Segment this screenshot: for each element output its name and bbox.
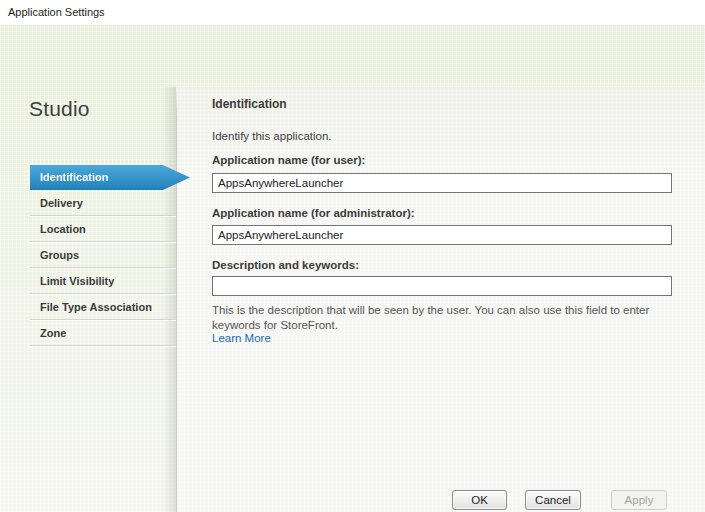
sidebar-nav: Delivery Location Groups Limit Visibilit… — [30, 165, 176, 346]
apply-button[interactable]: Apply — [611, 490, 667, 510]
intro-text: Identify this application. — [212, 130, 332, 142]
sidebar-item-location[interactable]: Location — [30, 216, 176, 242]
page-title: Identification — [212, 97, 287, 111]
ok-button[interactable]: OK — [452, 490, 507, 510]
panel-divider — [176, 87, 177, 512]
sidebar-item-file-type-association[interactable]: File Type Association — [30, 294, 176, 320]
application-settings-window: Application Settings Studio Identificati… — [0, 0, 705, 512]
cancel-button[interactable]: Cancel — [525, 490, 581, 510]
learn-more-link[interactable]: Learn More — [212, 332, 271, 344]
content-panel — [176, 85, 705, 512]
dialog-body: Studio Identification Delivery Location … — [0, 25, 705, 512]
sidebar-item-identification[interactable]: Identification — [30, 165, 190, 190]
label-application-name-user: Application name (for user): — [212, 154, 365, 166]
window-title: Application Settings — [8, 6, 105, 18]
sidebar-item-delivery[interactable]: Delivery — [30, 190, 176, 216]
label-description-keywords: Description and keywords: — [212, 259, 359, 271]
application-name-user-input[interactable] — [212, 173, 672, 193]
studio-title: Studio — [29, 97, 90, 121]
label-application-name-administrator: Application name (for administrator): — [212, 207, 415, 219]
description-keywords-input[interactable] — [212, 276, 672, 296]
sidebar-item-zone[interactable]: Zone — [30, 320, 176, 346]
description-help-text: This is the description that will be see… — [212, 303, 675, 332]
window-titlebar: Application Settings — [0, 0, 705, 25]
sidebar-item-groups[interactable]: Groups — [30, 242, 176, 268]
application-name-administrator-input[interactable] — [212, 225, 672, 245]
sidebar-item-limit-visibility[interactable]: Limit Visibility — [30, 268, 176, 294]
